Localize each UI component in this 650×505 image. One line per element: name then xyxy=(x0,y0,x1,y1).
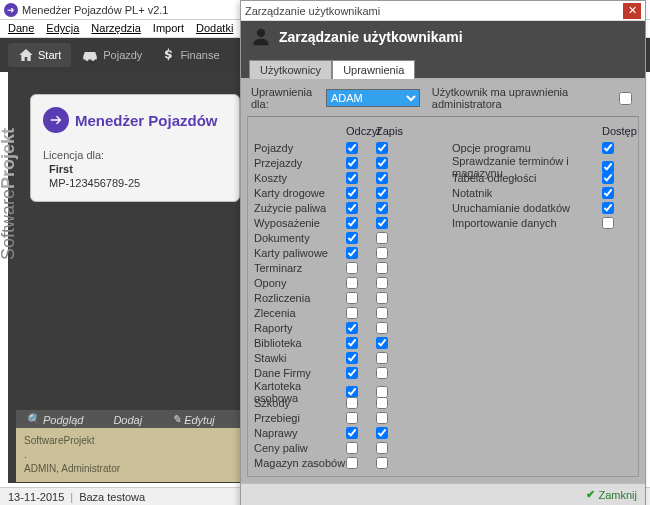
status-date: 13-11-2015 xyxy=(8,491,64,503)
welcome-card: Menedżer Pojazdów Licencja dla: First MP… xyxy=(30,94,240,202)
perm-row: Karty paliwowe xyxy=(254,245,432,260)
dialog-close-button[interactable]: ✕ xyxy=(623,3,641,19)
perm-read-checkbox[interactable] xyxy=(346,322,358,334)
perm-read-checkbox[interactable] xyxy=(346,157,358,169)
perm-read-checkbox[interactable] xyxy=(346,262,358,274)
eye-icon: 🔍 xyxy=(26,413,40,426)
perm-row: Terminarz xyxy=(254,260,432,275)
toolbar-finanse[interactable]: Finanse xyxy=(152,43,229,67)
perm-row: Przebiegi xyxy=(254,410,432,425)
perm-read-checkbox[interactable] xyxy=(346,457,358,469)
perm-read-checkbox[interactable] xyxy=(346,172,358,184)
perm-write-checkbox[interactable] xyxy=(376,142,388,154)
perm-row: Dokumenty xyxy=(254,230,432,245)
close-button[interactable]: ✔ Zamknij xyxy=(586,488,637,501)
perm-read-checkbox[interactable] xyxy=(346,247,358,259)
perm-write-checkbox[interactable] xyxy=(376,292,388,304)
perm-read-checkbox[interactable] xyxy=(346,277,358,289)
perm-write-checkbox[interactable] xyxy=(376,442,388,454)
toolbar-pojazdy[interactable]: Pojazdy xyxy=(71,44,152,66)
perm-read-checkbox[interactable] xyxy=(346,367,358,379)
perm-name: Opcje programu xyxy=(452,142,602,154)
perm-read-checkbox[interactable] xyxy=(346,232,358,244)
user-select[interactable]: ADAM xyxy=(326,89,420,107)
perm-name: Karty drogowe xyxy=(254,187,346,199)
perm-write-checkbox[interactable] xyxy=(376,307,388,319)
perm-read-checkbox[interactable] xyxy=(346,412,358,424)
user-icon xyxy=(251,27,271,47)
perm-read-checkbox[interactable] xyxy=(346,397,358,409)
perm-read-checkbox[interactable] xyxy=(346,337,358,349)
perm-row: Sprawdzanie terminów i magazynu xyxy=(452,155,632,170)
perm-write-checkbox[interactable] xyxy=(376,397,388,409)
perm-read-checkbox[interactable] xyxy=(346,292,358,304)
welcome-title: Menedżer Pojazdów xyxy=(75,112,218,129)
perm-name: Stawki xyxy=(254,352,346,364)
admin-checkbox[interactable] xyxy=(619,92,632,105)
perm-write-checkbox[interactable] xyxy=(376,157,388,169)
brand-text: SoftwareProjekt xyxy=(0,128,19,260)
dollar-icon xyxy=(162,47,176,63)
perm-read-checkbox[interactable] xyxy=(346,202,358,214)
perm-write-checkbox[interactable] xyxy=(376,457,388,469)
perm-write-checkbox[interactable] xyxy=(376,337,388,349)
tab-uzytkownicy[interactable]: Użytkownicy xyxy=(249,60,332,79)
perm-write-checkbox[interactable] xyxy=(376,277,388,289)
perm-read-checkbox[interactable] xyxy=(346,142,358,154)
home-icon xyxy=(18,47,34,63)
perm-read-checkbox[interactable] xyxy=(346,307,358,319)
perm-read-checkbox[interactable] xyxy=(346,442,358,454)
toolbar-start[interactable]: Start xyxy=(8,43,71,67)
perm-name: Zlecenia xyxy=(254,307,346,319)
perm-access-checkbox[interactable] xyxy=(602,217,614,229)
car-icon xyxy=(81,48,99,62)
perm-read-checkbox[interactable] xyxy=(346,187,358,199)
btn-edytuj[interactable]: ✎Edytuj xyxy=(172,413,215,426)
menu-dane[interactable]: Dane xyxy=(8,22,34,35)
perm-name: Dane Firmy xyxy=(254,367,346,379)
menu-narzedzia[interactable]: Narzędzia xyxy=(91,22,141,35)
perm-name: Dokumenty xyxy=(254,232,346,244)
perm-access-checkbox[interactable] xyxy=(602,187,614,199)
perm-read-checkbox[interactable] xyxy=(346,352,358,364)
perm-name: Karty paliwowe xyxy=(254,247,346,259)
tab-uprawnienia[interactable]: Uprawnienia xyxy=(332,60,415,79)
perm-write-checkbox[interactable] xyxy=(376,232,388,244)
perm-row: Notatnik xyxy=(452,185,632,200)
perm-name: Raporty xyxy=(254,322,346,334)
dialog-header: Zarządzanie użytkownikami xyxy=(241,21,645,53)
perm-access-checkbox[interactable] xyxy=(602,172,614,184)
menu-dodatki[interactable]: Dodatki xyxy=(196,22,233,35)
perm-write-checkbox[interactable] xyxy=(376,412,388,424)
btn-dodaj[interactable]: Dodaj xyxy=(113,414,142,426)
perm-write-checkbox[interactable] xyxy=(376,202,388,214)
perm-write-checkbox[interactable] xyxy=(376,262,388,274)
perm-row: Kartoteka osobowa xyxy=(254,380,432,395)
perm-read-checkbox[interactable] xyxy=(346,217,358,229)
perm-for-label: Uprawnienia dla: xyxy=(251,86,322,110)
perm-access-checkbox[interactable] xyxy=(602,142,614,154)
perm-row: Zużycie paliwa xyxy=(254,200,432,215)
perm-column-left: Odczyt Zapis PojazdyPrzejazdyKosztyKarty… xyxy=(254,123,432,470)
perm-access-checkbox[interactable] xyxy=(602,202,614,214)
perm-row: Przejazdy xyxy=(254,155,432,170)
perm-write-checkbox[interactable] xyxy=(376,427,388,439)
perm-row: Karty drogowe xyxy=(254,185,432,200)
perm-write-checkbox[interactable] xyxy=(376,172,388,184)
perm-read-checkbox[interactable] xyxy=(346,427,358,439)
perm-write-checkbox[interactable] xyxy=(376,352,388,364)
perm-row: Opcje programu xyxy=(452,140,632,155)
app-icon: ➜ xyxy=(4,3,18,17)
perm-row: Stawki xyxy=(254,350,432,365)
perm-write-checkbox[interactable] xyxy=(376,247,388,259)
perm-write-checkbox[interactable] xyxy=(376,187,388,199)
btn-podglad[interactable]: 🔍Podgląd xyxy=(26,413,83,426)
perm-write-checkbox[interactable] xyxy=(376,367,388,379)
menu-edycja[interactable]: Edycja xyxy=(46,22,79,35)
menu-import[interactable]: Import xyxy=(153,22,184,35)
perm-write-checkbox[interactable] xyxy=(376,217,388,229)
perm-row: Ceny paliw xyxy=(254,440,432,455)
perm-write-checkbox[interactable] xyxy=(376,322,388,334)
perm-row: Szkody xyxy=(254,395,432,410)
perm-name: Rozliczenia xyxy=(254,292,346,304)
